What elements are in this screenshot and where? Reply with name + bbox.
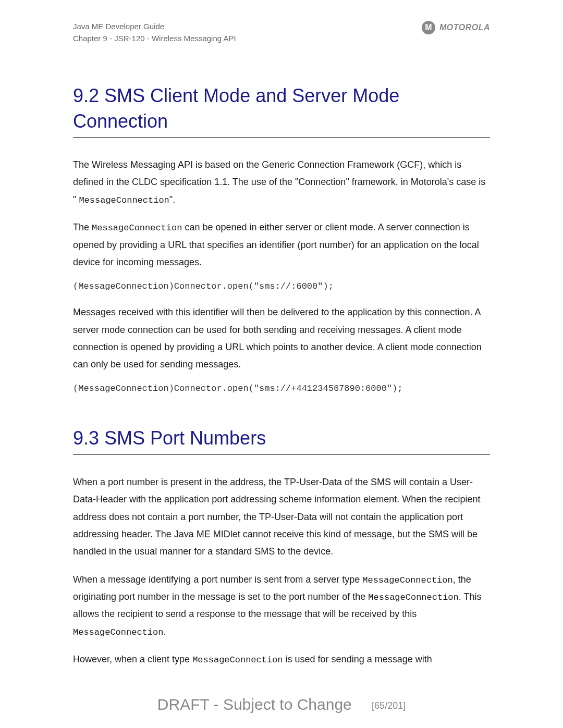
code-inline: MessageConnection — [79, 195, 169, 205]
code-inline: MessageConnection — [73, 627, 163, 637]
heading-9-3: 9.3 SMS Port Numbers — [73, 426, 490, 455]
doc-title: Java ME Developer Guide — [73, 21, 236, 33]
para-9-3-3: However, when a client type MessageConne… — [73, 651, 490, 668]
code-block-1: (MessageConnection)Connector.open("sms:/… — [73, 281, 490, 291]
para-9-3-2: When a message identifying a port number… — [73, 571, 490, 641]
text-fragment: The — [73, 222, 92, 232]
draft-label: DRAFT - Subject to Change — [157, 696, 352, 713]
brand-text: MOTOROLA — [439, 23, 490, 32]
page-footer: DRAFT - Subject to Change [65/201] — [0, 696, 563, 713]
code-block-2: (MessageConnection)Connector.open("sms:/… — [73, 384, 490, 393]
text-fragment: When a message identifying a port number… — [73, 574, 362, 585]
heading-9-2: 9.2 SMS Client Mode and Server Mode Conn… — [73, 83, 490, 138]
text-fragment: is used for sending a message with — [283, 654, 432, 664]
page-number: [65/201] — [372, 700, 406, 711]
text-fragment: . — [163, 626, 166, 637]
page-header: Java ME Developer Guide Chapter 9 - JSR-… — [73, 21, 490, 44]
para-9-2-1: The Wireless Messaging API is based on t… — [73, 156, 490, 208]
code-inline: MessageConnection — [92, 223, 182, 233]
code-inline: MessageConnection — [362, 575, 452, 585]
header-right: M MOTOROLA — [422, 21, 490, 34]
logo-letter: M — [425, 23, 432, 32]
para-9-2-2: The MessageConnection can be opened in e… — [73, 219, 490, 271]
spacer — [73, 406, 490, 426]
text-fragment: However, when a client type — [73, 654, 192, 664]
code-inline: MessageConnection — [368, 593, 458, 602]
chapter-title: Chapter 9 - JSR-120 - Wireless Messaging… — [73, 33, 236, 45]
motorola-logo-icon: M — [422, 21, 435, 34]
text-fragment: ". — [169, 194, 175, 205]
header-left: Java ME Developer Guide Chapter 9 - JSR-… — [73, 21, 236, 44]
para-9-3-1: When a port number is present in the add… — [73, 474, 490, 560]
para-9-2-3: Messages received with this identifier w… — [73, 304, 490, 373]
code-inline: MessageConnection — [192, 655, 283, 665]
